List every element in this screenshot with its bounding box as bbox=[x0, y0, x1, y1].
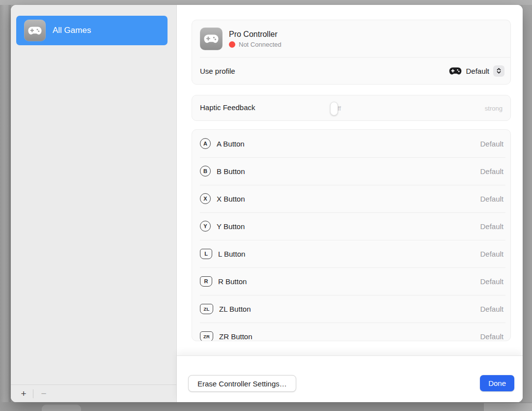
button-row-value: Default bbox=[480, 332, 504, 341]
background-window-top bbox=[0, 0, 532, 5]
done-button[interactable]: Done bbox=[480, 375, 514, 391]
background-window-left bbox=[0, 5, 11, 402]
button-row-value: Default bbox=[480, 305, 504, 313]
erase-controller-settings-button[interactable]: Erase Controller Settings… bbox=[188, 375, 296, 392]
status-dot-icon bbox=[229, 41, 235, 48]
zl-button-icon: ZL bbox=[200, 304, 213, 314]
background-window-right bbox=[523, 5, 532, 402]
remove-button[interactable]: − bbox=[37, 387, 50, 400]
button-row-label: B Button bbox=[217, 167, 480, 176]
sidebar-item-all-games[interactable]: All Games bbox=[16, 16, 168, 45]
r-button-icon: R bbox=[200, 276, 212, 287]
button-row-label: ZR Button bbox=[219, 332, 480, 341]
button-list: AA ButtonDefaultBB ButtonDefaultXX Butto… bbox=[192, 129, 511, 341]
background-window-artifact bbox=[42, 405, 81, 411]
sheet-footer: Erase Controller Settings… Done bbox=[177, 355, 523, 402]
sidebar-footer: + − bbox=[11, 384, 176, 402]
haptic-feedback-card: Haptic Feedback off strong bbox=[192, 95, 511, 121]
a-button-icon: A bbox=[200, 138, 211, 149]
slider-max-label: strong bbox=[485, 105, 503, 112]
background-window-artifact bbox=[484, 403, 532, 411]
button-row[interactable]: RR ButtonDefault bbox=[192, 267, 510, 295]
device-header: Pro Controller Not Connected bbox=[192, 20, 510, 57]
button-row-value: Default bbox=[480, 222, 504, 231]
button-row-label: ZL Button bbox=[219, 305, 480, 313]
slider-knob[interactable] bbox=[330, 102, 338, 116]
games-sidebar: All Games + − bbox=[11, 5, 177, 402]
button-row-label: A Button bbox=[217, 140, 480, 148]
y-button-icon: Y bbox=[200, 221, 211, 232]
controller-detail-panel: Pro Controller Not Connected Use profile bbox=[177, 5, 523, 402]
l-button-icon: L bbox=[200, 249, 212, 259]
button-row[interactable]: LL ButtonDefault bbox=[192, 240, 510, 267]
button-row-label: R Button bbox=[218, 277, 480, 286]
button-row-label: Y Button bbox=[217, 222, 480, 231]
button-row-value: Default bbox=[480, 250, 504, 258]
footer-divider bbox=[33, 389, 33, 398]
device-name: Pro Controller bbox=[229, 30, 281, 39]
x-button-icon: X bbox=[200, 193, 211, 204]
button-row-value: Default bbox=[480, 277, 504, 286]
chevron-up-down-icon[interactable] bbox=[493, 65, 504, 77]
button-row-value: Default bbox=[480, 167, 504, 176]
button-row-value: Default bbox=[480, 195, 504, 203]
button-row[interactable]: AA ButtonDefault bbox=[192, 130, 510, 157]
gamepad-icon bbox=[200, 28, 223, 50]
button-row[interactable]: XX ButtonDefault bbox=[192, 185, 510, 212]
gamepad-icon bbox=[24, 20, 46, 41]
use-profile-row: Use profile Default bbox=[192, 58, 510, 84]
background-window-bottom bbox=[0, 402, 532, 411]
use-profile-label: Use profile bbox=[200, 67, 235, 75]
b-button-icon: B bbox=[200, 166, 211, 176]
screen: All Games + − Pro Controller bbox=[0, 0, 532, 411]
sidebar-item-label: All Games bbox=[53, 26, 91, 35]
profile-popup-value: Default bbox=[466, 67, 489, 75]
profile-popup-button[interactable]: Default bbox=[449, 65, 504, 77]
add-button[interactable]: + bbox=[17, 387, 30, 400]
haptic-feedback-label: Haptic Feedback bbox=[200, 102, 255, 112]
button-row[interactable]: BB ButtonDefault bbox=[192, 157, 510, 185]
device-card: Pro Controller Not Connected Use profile bbox=[192, 20, 511, 85]
zr-button-icon: ZR bbox=[200, 331, 213, 342]
button-row[interactable]: ZLZL ButtonDefault bbox=[192, 295, 510, 323]
button-row-label: X Button bbox=[217, 195, 480, 203]
haptic-feedback-slider[interactable]: off strong bbox=[334, 102, 503, 112]
settings-scroll-area: Pro Controller Not Connected Use profile bbox=[177, 5, 523, 355]
button-row-value: Default bbox=[480, 140, 504, 148]
gamepad-icon bbox=[449, 67, 462, 75]
button-row-label: L Button bbox=[218, 250, 480, 258]
button-row[interactable]: YY ButtonDefault bbox=[192, 212, 510, 240]
status-text: Not Connected bbox=[239, 41, 281, 48]
device-status: Not Connected bbox=[229, 41, 281, 48]
button-row[interactable]: ZRZR ButtonDefault bbox=[192, 323, 510, 341]
controller-settings-sheet: All Games + − Pro Controller bbox=[11, 5, 523, 402]
